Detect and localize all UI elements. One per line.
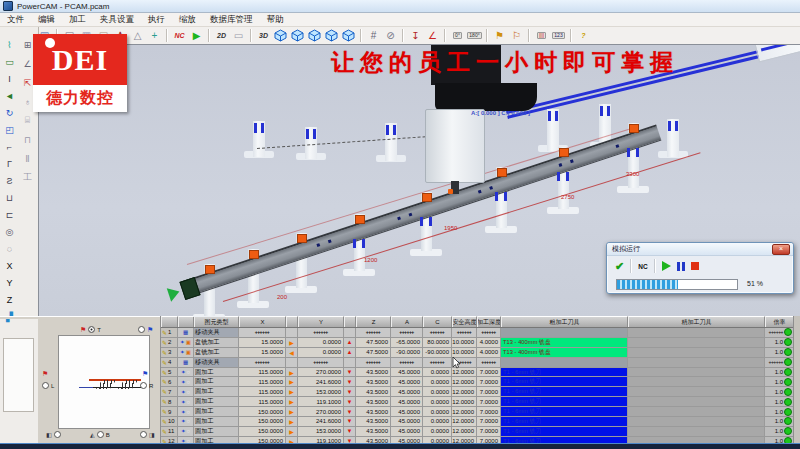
cell-z[interactable]: ++++++ (356, 358, 391, 367)
cell-type[interactable]: 圆加工 (194, 387, 239, 396)
cell-y[interactable]: ++++++ (298, 328, 344, 337)
cell-x[interactable]: ++++++ (239, 358, 286, 367)
cube-view-icon-side[interactable] (306, 28, 323, 43)
cell-c[interactable]: 0.0000 (423, 407, 452, 416)
cube-view-icon-front[interactable] (289, 28, 306, 43)
cell-finish-tool[interactable] (628, 417, 765, 426)
cell-type[interactable]: 圆加工 (194, 427, 239, 436)
cell-z[interactable]: 43.5000 (356, 387, 391, 396)
grid-icon[interactable]: # (365, 28, 382, 43)
cell-safe[interactable]: 12.0000 (452, 377, 477, 386)
radio-left[interactable]: L (42, 382, 54, 389)
cube-view-icon-top[interactable] (323, 28, 340, 43)
cell-finish-tool[interactable] (628, 358, 765, 367)
tool-vertical-icon[interactable]: ↧ (407, 28, 424, 43)
cell-rough-tool[interactable] (501, 358, 628, 367)
table-scrollbar[interactable] (793, 316, 800, 443)
cell-depth[interactable]: 7.0000 (477, 368, 501, 377)
simulation-dialog-titlebar[interactable]: 模拟运行 × (607, 243, 793, 256)
cell-finish-tool[interactable] (628, 407, 765, 416)
column-header-safe[interactable]: 安全高度 (452, 316, 477, 327)
cell-depth[interactable]: 7.0000 (477, 427, 501, 436)
cell-rough-tool[interactable]: T1 - 6mm 铣刀 (501, 397, 628, 406)
cell-z[interactable]: 43.5000 (356, 397, 391, 406)
menu-item[interactable]: 数据库管理 (203, 13, 260, 26)
cell-c[interactable]: ++++++ (423, 358, 452, 367)
zoom-in-icon[interactable]: ◎ (1, 223, 18, 240)
table-row[interactable]: ✎6✦○圆加工115.0000▶241.6000▼43.500045.00000… (161, 377, 800, 387)
cell-x[interactable]: ++++++ (239, 328, 286, 337)
cell-z[interactable]: 43.5000 (356, 417, 391, 426)
profile-u-icon[interactable]: ⊔ (1, 189, 18, 206)
cell-rownum[interactable]: ✎1 (161, 328, 178, 337)
clamp-top-icon[interactable]: ⌸ (19, 112, 36, 129)
cell-y[interactable]: 119.1000 (298, 397, 344, 406)
cell-finish-tool[interactable] (628, 348, 765, 357)
cell-a[interactable]: ++++++ (391, 328, 423, 337)
cell-c[interactable]: -90.0000 (423, 348, 452, 357)
cell-type[interactable]: 移动夹具 (194, 358, 239, 367)
cell-depth[interactable]: 7.0000 (477, 417, 501, 426)
cell-rownum[interactable]: ✎8 (161, 397, 178, 406)
column-header-icon[interactable] (178, 316, 194, 327)
cell-type[interactable]: 圆加工 (194, 397, 239, 406)
cell-y[interactable]: 0.0000 (298, 348, 344, 357)
cell-depth[interactable]: 7.0000 (477, 387, 501, 396)
cell-a[interactable]: ++++++ (391, 358, 423, 367)
cell-safe[interactable]: 12.0000 (452, 387, 477, 396)
table-row[interactable]: ✎4▦移动夹具+++++++++++++++++++++++++++++++++… (161, 358, 800, 368)
radio-bottom-right[interactable]: ◨ (140, 431, 155, 438)
cell-safe[interactable]: 12.0000 (452, 417, 477, 426)
cell-rate[interactable]: ++++++ (765, 358, 794, 367)
cell-x[interactable]: 15.0000 (239, 348, 286, 357)
cell-rate[interactable]: 1.0 (765, 348, 794, 357)
menu-item[interactable]: 夹具设置 (93, 13, 141, 26)
cell-rate[interactable]: 1.0 (765, 377, 794, 386)
cell-c[interactable]: 0.0000 (423, 387, 452, 396)
radio-right[interactable]: R (140, 382, 153, 389)
cell-c[interactable]: 0.0000 (423, 397, 452, 406)
table-row[interactable]: ✎10✦○圆加工150.0000▶241.6000▼43.500045.0000… (161, 417, 800, 427)
cell-z[interactable]: 47.5000 (356, 348, 391, 357)
table-row[interactable]: ✎11✦○圆加工150.0000▶153.0000▼43.500045.0000… (161, 427, 800, 437)
table-row[interactable]: ✎9✦○圆加工150.0000▶270.0000▼43.500045.00000… (161, 407, 800, 417)
cell-y[interactable]: 241.6000 (298, 417, 344, 426)
cell-y[interactable]: 153.0000 (298, 387, 344, 396)
cell-a[interactable]: 45.0000 (391, 368, 423, 377)
cell-y[interactable]: 270.0000 (298, 407, 344, 416)
cell-rough-tool[interactable]: T1 - 6mm 铣刀 (501, 417, 628, 426)
cell-y[interactable]: ++++++ (298, 358, 344, 367)
x-axis-icon[interactable]: X (1, 257, 18, 274)
clamp-beam-icon[interactable]: 工 (19, 169, 36, 186)
column-header-x[interactable]: X (239, 316, 286, 327)
cell-a[interactable]: -90.0000 (391, 348, 423, 357)
cell-type[interactable]: 圆加工 (194, 368, 239, 377)
cell-depth[interactable]: 7.0000 (477, 397, 501, 406)
cell-rownum[interactable]: ✎9 (161, 407, 178, 416)
cell-a[interactable]: 45.0000 (391, 417, 423, 426)
help-icon[interactable]: ? (575, 28, 592, 43)
cell-safe[interactable]: 12.0000 (452, 397, 477, 406)
cube-view-icon-back[interactable] (340, 28, 357, 43)
cell-c[interactable]: 0.0000 (423, 368, 452, 377)
cell-finish-tool[interactable] (628, 427, 765, 436)
cell-depth[interactable]: ++++++ (477, 358, 501, 367)
column-header-depth[interactable]: 加工深度 (477, 316, 501, 327)
column-header-y[interactable]: Y (298, 316, 344, 327)
snap-icon[interactable]: ⊘ (382, 28, 399, 43)
cell-rownum[interactable]: ✎6 (161, 377, 178, 386)
cell-depth[interactable]: 7.0000 (477, 377, 501, 386)
cell-x[interactable]: 115.0000 (239, 387, 286, 396)
column-header-xa[interactable] (286, 316, 298, 327)
cell-x[interactable]: 115.0000 (239, 377, 286, 386)
flag-yellow-icon[interactable]: ⚑ (491, 28, 508, 43)
cell-rate[interactable]: 1.0 (765, 368, 794, 377)
cell-rownum[interactable]: ✎7 (161, 387, 178, 396)
cell-rough-tool[interactable]: T13 - 400mm 铣盘 (501, 338, 628, 347)
cell-rough-tool[interactable] (501, 328, 628, 337)
cell-finish-tool[interactable] (628, 338, 765, 347)
cell-depth[interactable]: 4.0000 (477, 348, 501, 357)
cell-rough-tool[interactable]: T1 - 6mm 铣刀 (501, 407, 628, 416)
cell-y[interactable]: 241.6000 (298, 377, 344, 386)
cell-a[interactable]: 45.0000 (391, 427, 423, 436)
